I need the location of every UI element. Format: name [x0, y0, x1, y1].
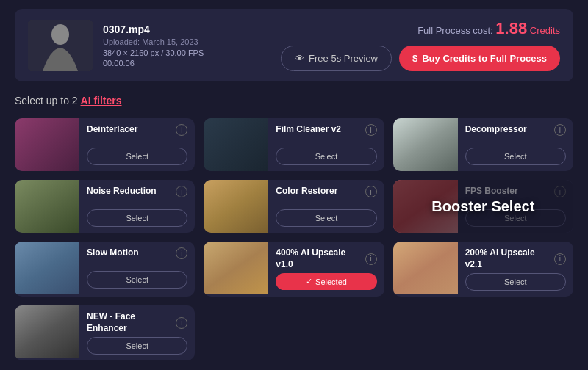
buy-label: Buy Credits to Full Process [422, 53, 547, 64]
filter-card-inner: Deinterlacer i Select [15, 118, 195, 171]
info-icon-upscale-200[interactable]: i [554, 253, 566, 265]
filter-name-row: Color Restorer i [276, 186, 376, 197]
filter-info-slow-motion: Slow Motion i Select [79, 242, 195, 294]
credits-label: Credits [530, 25, 560, 36]
filter-name-row: Slow Motion i [87, 247, 187, 259]
resolution: 3840 × 2160 px / 30.00 FPS [103, 48, 204, 57]
select-button-decompressor[interactable]: Select [465, 148, 566, 165]
filter-name-film-cleaner: Film Cleaner v2 [276, 124, 341, 136]
filter-card-inner: Slow Motion i Select [15, 242, 195, 294]
file-info: 0307.mp4 Uploaded: March 15, 2023 3840 ×… [28, 20, 204, 71]
filter-info-face-enhancer: NEW - Face Enhancer i Select [79, 305, 195, 360]
select-button-film-cleaner[interactable]: Select [276, 148, 376, 165]
filter-card-deinterlacer: Deinterlacer i Select [15, 118, 195, 171]
filter-prefix: Select up to 2 [15, 95, 78, 106]
filter-name-row: Deinterlacer i [87, 124, 187, 136]
filter-thumbnail-upscale-400 [204, 242, 268, 294]
upload-date: Uploaded: March 15, 2023 [103, 37, 204, 46]
filters-grid: Deinterlacer i Select Film Cleaner v2 i … [15, 118, 573, 360]
filter-name-face-enhancer: NEW - Face Enhancer [87, 311, 176, 334]
booster-select-text: Booster Select [431, 197, 534, 215]
video-thumbnail [28, 20, 93, 71]
filter-name-slow-motion: Slow Motion [87, 247, 139, 259]
dollar-icon: $ [412, 53, 417, 64]
info-icon-upscale-400[interactable]: i [365, 253, 377, 265]
cost-info: Full Process cost: 1.88 Credits [417, 19, 560, 38]
filter-section-title: Select up to 2 AI filters [15, 95, 573, 106]
select-button-slow-motion[interactable]: Select [87, 271, 187, 289]
filter-name-row: Noise Reduction i [87, 186, 187, 197]
header-actions: Full Process cost: 1.88 Credits 👁 Free 5… [281, 19, 560, 71]
filter-info-upscale-200: 200% AI Upscale v2.1 i Select [458, 242, 573, 297]
filter-card-noise-reduction: Noise Reduction i Select [15, 180, 195, 233]
filter-card-upscale-400: 400% AI Upscale v1.0 i ✓ Selected [204, 242, 384, 297]
info-icon-color-restorer[interactable]: i [365, 186, 377, 197]
filter-name-decompressor: Decompressor [465, 124, 527, 136]
filter-name-color-restorer: Color Restorer [276, 186, 337, 197]
buy-credits-button[interactable]: $ Buy Credits to Full Process [399, 46, 560, 71]
filter-card-inner: Film Cleaner v2 i Select [204, 118, 384, 171]
select-button-upscale-200[interactable]: Select [465, 273, 566, 291]
filter-card-inner: Decompressor i Select [393, 118, 573, 171]
filter-card-face-enhancer: NEW - Face Enhancer i Select [15, 305, 195, 360]
info-icon-film-cleaner[interactable]: i [365, 124, 377, 136]
select-button-color-restorer[interactable]: Select [276, 209, 376, 227]
filter-card-color-restorer: Color Restorer i Select [204, 180, 384, 233]
filter-name-row: NEW - Face Enhancer i [87, 311, 187, 334]
duration: 00:00:06 [103, 59, 204, 68]
filter-thumbnail-face-enhancer [15, 305, 79, 358]
filter-card-inner: 200% AI Upscale v2.1 i Select [393, 242, 573, 297]
filter-card-slow-motion: Slow Motion i Select [15, 242, 195, 297]
select-button-deinterlacer[interactable]: Select [87, 148, 187, 165]
filter-info-noise-reduction: Noise Reduction i Select [79, 180, 195, 233]
main-container: 0307.mp4 Uploaded: March 15, 2023 3840 ×… [0, 0, 588, 369]
filter-info-deinterlacer: Deinterlacer i Select [79, 118, 195, 171]
filter-card-fps-booster: FPS Booster i Select Booster Select [393, 180, 573, 233]
filter-name-row: 200% AI Upscale v2.1 i [465, 247, 566, 270]
select-button-face-enhancer[interactable]: Select [87, 337, 187, 355]
filter-info-upscale-400: 400% AI Upscale v1.0 i ✓ Selected [268, 242, 384, 296]
filter-card-inner: Noise Reduction i Select [15, 180, 195, 233]
filter-info-film-cleaner: Film Cleaner v2 i Select [268, 118, 384, 171]
selected-button-upscale-400[interactable]: ✓ Selected [276, 273, 376, 290]
cost-value: 1.88 [495, 19, 527, 37]
filter-name-row: Film Cleaner v2 i [276, 124, 376, 136]
info-icon-deinterlacer[interactable]: i [176, 124, 187, 136]
filter-name-row: 400% AI Upscale v1.0 i [276, 247, 376, 270]
preview-label: Free 5s Preview [309, 53, 378, 64]
action-buttons: 👁 Free 5s Preview $ Buy Credits to Full … [281, 46, 560, 71]
booster-overlay: Booster Select [393, 180, 573, 233]
ai-filters-link[interactable]: AI filters [81, 95, 122, 106]
filter-thumbnail-slow-motion [15, 242, 79, 294]
cost-label: Full Process cost: [417, 25, 493, 36]
file-metadata: 0307.mp4 Uploaded: March 15, 2023 3840 ×… [103, 23, 204, 68]
header-card: 0307.mp4 Uploaded: March 15, 2023 3840 ×… [15, 9, 573, 81]
filter-thumbnail-film-cleaner [204, 118, 268, 171]
filter-card-film-cleaner: Film Cleaner v2 i Select [204, 118, 384, 171]
filter-card-inner: 400% AI Upscale v1.0 i ✓ Selected [204, 242, 384, 296]
filter-thumbnail-color-restorer [204, 180, 268, 233]
filename: 0307.mp4 [103, 23, 204, 35]
filter-thumbnail-upscale-200 [393, 242, 458, 294]
filter-info-color-restorer: Color Restorer i Select [268, 180, 384, 233]
check-icon: ✓ [306, 277, 312, 286]
filter-card-inner: Color Restorer i Select [204, 180, 384, 233]
eye-icon: 👁 [295, 53, 304, 64]
info-icon-slow-motion[interactable]: i [176, 247, 187, 259]
info-icon-decompressor[interactable]: i [554, 124, 566, 136]
filter-card-inner: NEW - Face Enhancer i Select [15, 305, 195, 360]
filter-name-row: Decompressor i [465, 124, 566, 136]
filter-name-upscale-200: 200% AI Upscale v2.1 [465, 247, 554, 270]
filter-name-upscale-400: 400% AI Upscale v1.0 [276, 247, 365, 270]
info-icon-face-enhancer[interactable]: i [176, 317, 187, 329]
preview-button[interactable]: 👁 Free 5s Preview [281, 46, 392, 71]
filter-card-decompressor: Decompressor i Select [393, 118, 573, 171]
svg-point-1 [51, 24, 69, 45]
filter-info-decompressor: Decompressor i Select [458, 118, 573, 171]
filter-thumbnail-deinterlacer [15, 118, 79, 171]
info-icon-noise-reduction[interactable]: i [176, 186, 187, 197]
select-button-noise-reduction[interactable]: Select [87, 209, 187, 227]
filter-name-deinterlacer: Deinterlacer [87, 124, 137, 136]
filter-name-noise-reduction: Noise Reduction [87, 186, 157, 197]
filter-card-upscale-200: 200% AI Upscale v2.1 i Select [393, 242, 573, 297]
